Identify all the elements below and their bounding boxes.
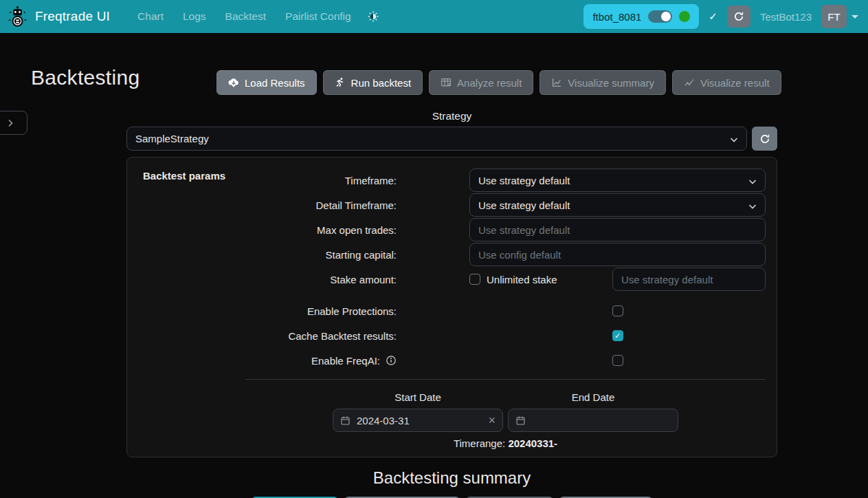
starting-capital-row: Starting capital: xyxy=(138,243,766,266)
main: Backtesting Load Results Run backtest xyxy=(0,33,868,498)
calendar-icon xyxy=(340,415,350,426)
brand[interactable]: Freqtrade UI xyxy=(7,5,110,28)
cache-results-row: Cache Backtest results: xyxy=(138,324,766,347)
chevron-down-icon xyxy=(748,177,757,186)
visualize-result-button[interactable]: Visualize result xyxy=(672,70,781,95)
nav-link-chart[interactable]: Chart xyxy=(129,5,172,28)
enable-protections-checkbox[interactable] xyxy=(612,305,623,316)
brand-title: Freqtrade UI xyxy=(35,9,110,24)
enable-protections-label: Enable Protections: xyxy=(138,305,397,317)
max-open-trades-input[interactable] xyxy=(469,218,766,241)
chevron-down-icon xyxy=(729,135,739,144)
chevron-right-icon xyxy=(6,119,14,127)
bot-status-dot xyxy=(679,11,690,22)
chevron-down-icon xyxy=(748,202,757,211)
sidebar-expand-button[interactable] xyxy=(0,111,27,135)
visualize-summary-button[interactable]: Visualize summary xyxy=(539,70,666,95)
unlimited-stake-checkbox[interactable] xyxy=(469,274,480,285)
table-gear-icon xyxy=(441,77,452,88)
check-icon[interactable]: ✓ xyxy=(709,10,717,23)
page-title: Backtesting xyxy=(31,66,140,89)
max-open-trades-label: Max open trades: xyxy=(138,224,397,236)
graph-icon xyxy=(684,77,695,88)
enable-freqai-checkbox[interactable] xyxy=(612,355,623,366)
chart-line-icon xyxy=(551,77,562,88)
cloud-download-icon xyxy=(228,77,239,88)
theme-toggle-icon[interactable] xyxy=(362,7,384,26)
clear-start-date-button[interactable]: × xyxy=(488,414,496,426)
avatar[interactable]: FT xyxy=(821,5,847,28)
enable-protections-row: Enable Protections: xyxy=(138,299,766,323)
unlimited-stake-option[interactable]: Unlimited stake xyxy=(469,274,557,285)
refresh-bots-button[interactable] xyxy=(727,6,750,28)
timerange-value: 20240331- xyxy=(508,437,557,449)
load-results-button[interactable]: Load Results xyxy=(216,70,317,95)
timeframe-row: Timeframe: Use strategy default xyxy=(138,169,766,192)
enable-freqai-label: Enable FreqAI: xyxy=(311,355,380,367)
calendar-icon xyxy=(515,415,526,426)
run-backtest-button[interactable]: Run backtest xyxy=(323,70,423,95)
nav-link-pairlist-config[interactable]: Pairlist Config xyxy=(277,5,359,28)
stake-amount-input[interactable] xyxy=(612,268,766,291)
chevron-down-icon xyxy=(852,15,858,19)
detail-timeframe-select[interactable]: Use strategy default xyxy=(469,193,766,217)
start-date-input[interactable]: 2024-03-31 × xyxy=(333,409,503,432)
navbar: Freqtrade UI Chart Logs Backtest Pairlis… xyxy=(0,0,868,33)
analyze-result-button[interactable]: Analyze result xyxy=(429,70,533,95)
navbar-right: ftbot_8081 ✓ TestBot123 FT xyxy=(583,4,858,29)
cache-results-checkbox[interactable] xyxy=(612,330,623,341)
bot-online-toggle[interactable] xyxy=(648,10,672,23)
detail-timeframe-row: Detail Timeframe: Use strategy default xyxy=(138,193,766,217)
summary-title: Backtesting summary xyxy=(126,468,777,488)
timerange-section: Start Date 2024-03-31 × xyxy=(245,391,766,449)
stake-amount-row: Stake amount: Unlimited stake xyxy=(138,268,766,291)
end-date-label: End Date xyxy=(508,391,678,403)
refresh-icon xyxy=(759,133,770,144)
nav-link-backtest[interactable]: Backtest xyxy=(217,5,274,28)
divider xyxy=(245,379,766,380)
reload-strategies-button[interactable] xyxy=(752,127,777,151)
start-date-label: Start Date xyxy=(333,391,503,403)
starting-capital-input[interactable] xyxy=(469,243,766,266)
info-icon xyxy=(386,355,397,366)
backtest-content: Strategy SampleStrategy Backtest params xyxy=(126,110,777,498)
timerange-text: Timerange: 20240331- xyxy=(245,437,766,449)
timeframe-select[interactable]: Use strategy default xyxy=(469,169,766,192)
unlimited-stake-label: Unlimited stake xyxy=(487,274,557,285)
user-menu[interactable]: FT xyxy=(821,5,858,28)
run-icon xyxy=(335,77,346,88)
start-date-value: 2024-03-31 xyxy=(357,415,410,426)
panel-legend: Backtest params xyxy=(143,170,225,182)
backtest-toolbar: Load Results Run backtest Analyze resu xyxy=(216,70,781,95)
stake-amount-label: Stake amount: xyxy=(138,274,397,285)
max-open-trades-row: Max open trades: xyxy=(138,218,766,241)
nav-links: Chart Logs Backtest Pairlist Config xyxy=(129,5,384,28)
starting-capital-label: Starting capital: xyxy=(138,249,397,261)
strategy-label: Strategy xyxy=(126,110,777,125)
detail-timeframe-label: Detail Timeframe: xyxy=(138,199,397,211)
freqtrade-robot-logo-icon xyxy=(7,5,28,28)
username-label: TestBot123 xyxy=(760,11,812,23)
backtest-params-panel: Backtest params Timeframe: Use strategy … xyxy=(126,157,777,457)
end-date-input[interactable] xyxy=(508,409,678,432)
bot-name: ftbot_8081 xyxy=(592,11,641,23)
refresh-icon xyxy=(733,11,744,22)
bot-selector-chip[interactable]: ftbot_8081 xyxy=(583,4,699,29)
strategy-select[interactable]: SampleStrategy xyxy=(126,127,747,151)
enable-freqai-row: Enable FreqAI: xyxy=(138,349,766,372)
nav-link-logs[interactable]: Logs xyxy=(175,5,214,28)
cache-results-label: Cache Backtest results: xyxy=(138,330,397,342)
